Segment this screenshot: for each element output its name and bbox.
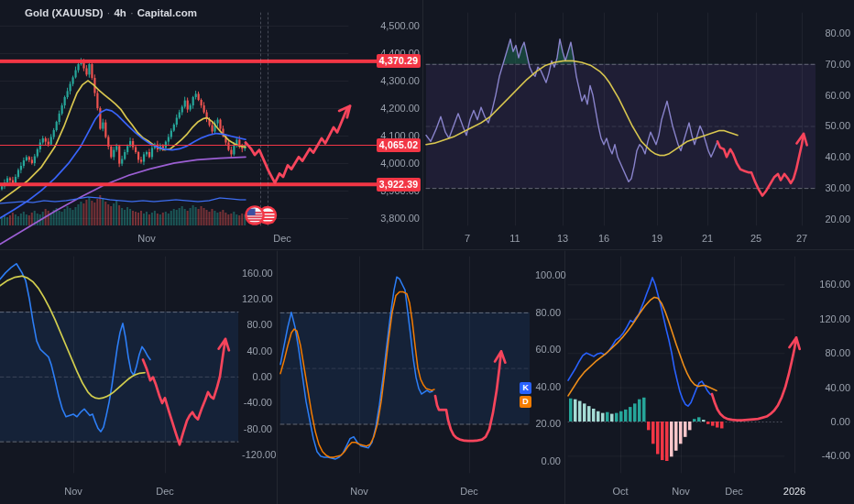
y-axis-label-stoch: 80.00 — [535, 307, 561, 318]
y-axis-label-rsi: 70.00 — [821, 59, 850, 70]
y-axis-label-main: 4,500.00 — [359, 20, 420, 31]
y-axis-label-main: 3,800.00 — [359, 213, 420, 224]
y-axis-label-rsi: 60.00 — [821, 90, 850, 101]
y-axis-label-cci: 120.00 — [242, 293, 272, 304]
y-axis-label-macd: 0.00 — [790, 416, 850, 427]
y-axis-label-rsi: 40.00 — [821, 151, 850, 162]
resistance-price-tag: 4,370.29 — [377, 54, 421, 68]
x-axis-label-rsi: 7 — [465, 233, 470, 244]
x-axis-label-macd: Oct — [612, 486, 628, 497]
y-axis-label-cci: 0.00 — [242, 371, 272, 382]
y-axis-label-cci: 80.00 — [242, 319, 272, 330]
x-axis-label-rsi: 21 — [702, 233, 713, 244]
x-axis-label-rsi: 27 — [796, 233, 807, 244]
trading-chart-workspace: Gold (XAUUSD)·4h·Capital.com 4,500.004,4… — [0, 0, 854, 504]
data-source-label: Capital.com — [137, 7, 197, 18]
x-axis-label-rsi: 11 — [509, 233, 520, 244]
x-axis-label-macd: 2026 — [783, 486, 805, 497]
stoch-d-badge: D — [520, 396, 531, 408]
y-axis-label-stoch: 60.00 — [535, 344, 561, 355]
y-axis-label-stoch: 100.00 — [535, 269, 561, 280]
y-axis-label-macd: 120.00 — [790, 313, 850, 324]
interval-label[interactable]: 4h — [114, 7, 126, 18]
y-axis-label-cci: 160.00 — [242, 268, 272, 279]
y-axis-label-stoch: 0.00 — [535, 455, 561, 466]
title-separator-2: · — [126, 7, 137, 18]
x-axis-label-cci: Nov — [64, 486, 82, 497]
y-axis-label-macd: 80.00 — [790, 347, 850, 358]
charts-canvas[interactable] — [0, 0, 854, 504]
x-axis-label-rsi: 19 — [651, 233, 662, 244]
y-axis-label-rsi: 50.00 — [821, 120, 850, 131]
x-axis-label-macd: Dec — [725, 486, 743, 497]
y-axis-label-stoch: 40.00 — [535, 381, 561, 392]
support-price-tag: 3,922.39 — [377, 178, 421, 192]
y-axis-label-macd: 40.00 — [790, 382, 850, 393]
y-axis-label-main: 4,200.00 — [359, 103, 420, 114]
y-axis-label-rsi: 20.00 — [821, 214, 850, 225]
y-axis-label-rsi: 30.00 — [821, 182, 850, 193]
chart-title: Gold (XAUUSD)·4h·Capital.com — [25, 7, 197, 18]
y-axis-label-cci: -40.00 — [242, 397, 272, 408]
economic-events-flag-icon[interactable] — [243, 203, 279, 229]
symbol-name: Gold (XAUUSD) — [25, 7, 104, 18]
x-axis-label-main: Dec — [273, 233, 291, 244]
title-separator-1: · — [104, 7, 115, 18]
y-axis-label-main: 4,000.00 — [359, 158, 420, 169]
y-axis-label-macd: -40.00 — [790, 450, 850, 461]
y-axis-label-cci: 40.00 — [242, 345, 272, 356]
x-axis-label-cci: Dec — [156, 486, 174, 497]
last-price-tag: 4,065.02 — [377, 138, 421, 152]
x-axis-label-main: Nov — [137, 233, 156, 244]
x-axis-label-macd: Nov — [672, 486, 690, 497]
y-axis-label-cci: -80.00 — [242, 423, 272, 434]
x-axis-label-stoch: Dec — [460, 486, 478, 497]
y-axis-label-stoch: 20.00 — [535, 418, 561, 429]
x-axis-label-rsi: 13 — [557, 233, 568, 244]
x-axis-label-rsi: 16 — [598, 233, 609, 244]
stoch-k-badge: K — [520, 382, 531, 394]
y-axis-label-cci: -120.00 — [242, 449, 272, 460]
x-axis-label-rsi: 25 — [750, 233, 761, 244]
flag-us-circle — [246, 206, 263, 224]
y-axis-label-rsi: 80.00 — [821, 27, 850, 38]
x-axis-label-stoch: Nov — [350, 486, 368, 497]
y-axis-label-macd: 160.00 — [790, 279, 850, 290]
y-axis-label-main: 4,300.00 — [359, 75, 420, 86]
